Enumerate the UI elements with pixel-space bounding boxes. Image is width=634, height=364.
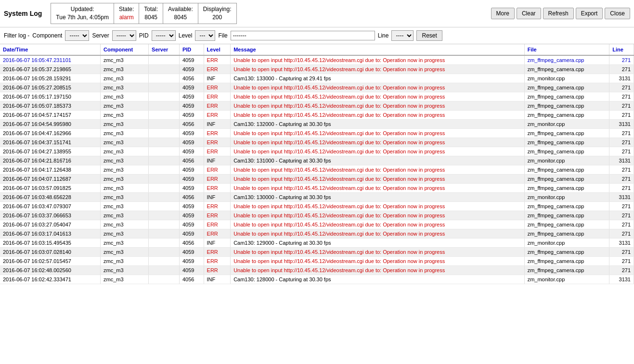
close-button[interactable]: Close xyxy=(605,8,630,19)
component-select[interactable]: ----- xyxy=(65,30,89,41)
cell-pid: 4059 xyxy=(179,147,204,156)
cell-line: 3131 xyxy=(609,238,634,247)
cell-line: 271 xyxy=(609,211,634,220)
cell-level: INF xyxy=(204,275,231,284)
cell-server xyxy=(149,201,180,211)
table-row[interactable]: 2016-06-07 16:05:07.185373 zmc_m3 4059 E… xyxy=(0,101,634,110)
table-row[interactable]: 2016-06-07 16:04:57.174157 zmc_m3 4059 E… xyxy=(0,110,634,119)
cell-line: 3131 xyxy=(609,74,634,83)
pid-select[interactable]: ----- xyxy=(152,30,176,41)
table-row[interactable]: 2016-06-07 16:05:17.197150 zmc_m3 4059 E… xyxy=(0,92,634,101)
cell-server xyxy=(149,238,180,247)
cell-level: ERR xyxy=(204,55,231,65)
line-select[interactable]: ---- xyxy=(391,30,414,41)
cell-line: 3131 xyxy=(609,119,634,128)
table-row[interactable]: 2016-06-07 16:02:42.333471 zmc_m3 4056 I… xyxy=(0,275,634,284)
file-label: File xyxy=(218,32,227,39)
cell-line: 271 xyxy=(609,265,634,275)
cell-component: zmc_m3 xyxy=(101,156,149,165)
cell-level: ERR xyxy=(204,165,231,174)
table-row[interactable]: 2016-06-07 16:04:07.112687 zmc_m3 4059 E… xyxy=(0,174,634,183)
cell-file: zm_ffmpeg_camera.cpp xyxy=(524,101,609,110)
cell-component: zmc_m3 xyxy=(101,119,149,128)
file-input[interactable] xyxy=(231,31,375,40)
more-button[interactable]: More xyxy=(491,8,515,19)
top-bar: System Log Updated: Tue 7th Jun, 4:05pm … xyxy=(0,0,634,27)
cell-file: zm_monitor.cpp xyxy=(524,238,609,247)
cell-datetime: 2016-06-07 16:03:17.041613 xyxy=(0,229,101,238)
cell-message: Cam130: 129000 - Capturing at 30.30 fps xyxy=(231,238,525,247)
cell-pid: 4059 xyxy=(179,256,204,265)
cell-message: Unable to open input http://10.45.45.12/… xyxy=(231,128,525,138)
table-row[interactable]: 2016-06-07 16:03:07.028140 zmc_m3 4059 E… xyxy=(0,247,634,256)
table-row[interactable]: 2016-06-07 16:04:54.995980 zmc_m3 4056 I… xyxy=(0,119,634,128)
cell-message: Unable to open input http://10.45.45.12/… xyxy=(231,183,525,192)
cell-server xyxy=(149,128,180,138)
clear-button[interactable]: Clear xyxy=(517,8,541,19)
table-row[interactable]: 2016-06-07 16:02:48.002560 zmc_m3 4059 E… xyxy=(0,265,634,275)
cell-message: Unable to open input http://10.45.45.12/… xyxy=(231,247,525,256)
cell-datetime: 2016-06-07 16:03:57.091825 xyxy=(0,183,101,192)
table-row[interactable]: 2016-06-07 16:05:27.208515 zmc_m3 4059 E… xyxy=(0,83,634,92)
table-row[interactable]: 2016-06-07 16:03:47.079307 zmc_m3 4059 E… xyxy=(0,201,634,211)
table-row[interactable]: 2016-06-07 16:02:57.015457 zmc_m3 4059 E… xyxy=(0,256,634,265)
table-row[interactable]: 2016-06-07 16:05:37.219865 zmc_m3 4059 E… xyxy=(0,64,634,74)
updated-value: Tue 7th Jun, 4:05pm xyxy=(56,14,109,21)
table-row[interactable]: 2016-06-07 16:04:47.162966 zmc_m3 4059 E… xyxy=(0,128,634,138)
available-label: Available: xyxy=(168,6,193,13)
cell-pid: 4059 xyxy=(179,174,204,183)
filter-label: Filter log - xyxy=(4,32,29,39)
export-button[interactable]: Export xyxy=(576,8,603,19)
table-row[interactable]: 2016-06-07 16:04:17.126438 zmc_m3 4059 E… xyxy=(0,165,634,174)
table-row[interactable]: 2016-06-07 16:03:27.054047 zmc_m3 4059 E… xyxy=(0,220,634,229)
total-label: Total: xyxy=(144,6,158,13)
displaying-cell: Displaying: 200 xyxy=(198,3,236,24)
table-row[interactable]: 2016-06-07 16:03:15.495435 zmc_m3 4056 I… xyxy=(0,238,634,247)
server-select[interactable]: ----- xyxy=(112,30,136,41)
table-row[interactable]: 2016-06-07 16:04:37.151741 zmc_m3 4059 E… xyxy=(0,138,634,147)
cell-file: zm_ffmpeg_camera.cpp xyxy=(524,110,609,119)
table-row[interactable]: 2016-06-07 16:04:27.138955 zmc_m3 4059 E… xyxy=(0,147,634,156)
cell-pid: 4059 xyxy=(179,201,204,211)
state-value: alarm xyxy=(119,14,134,21)
cell-message: Unable to open input http://10.45.45.12/… xyxy=(231,64,525,74)
level-select[interactable]: --- xyxy=(195,30,215,41)
cell-server xyxy=(149,156,180,165)
table-row[interactable]: 2016-06-07 16:05:47.231101 zmc_m3 4059 E… xyxy=(0,55,634,65)
cell-file: zm_ffmpeg_camera.cpp xyxy=(524,211,609,220)
cell-component: zmc_m3 xyxy=(101,74,149,83)
cell-message: Cam130: 133000 - Capturing at 29.41 fps xyxy=(231,74,525,83)
cell-level: ERR xyxy=(204,101,231,110)
cell-component: zmc_m3 xyxy=(101,265,149,275)
cell-component: zmc_m3 xyxy=(101,147,149,156)
cell-line: 271 xyxy=(609,101,634,110)
table-row[interactable]: 2016-06-07 16:03:37.066653 zmc_m3 4059 E… xyxy=(0,211,634,220)
table-row[interactable]: 2016-06-07 16:03:57.091825 zmc_m3 4059 E… xyxy=(0,183,634,192)
component-label: Component xyxy=(32,32,62,39)
cell-file: zm_ffmpeg_camera.cpp xyxy=(524,201,609,211)
reset-button[interactable]: Reset xyxy=(416,30,442,41)
table-row[interactable]: 2016-06-07 16:05:28.159291 zmc_m3 4056 I… xyxy=(0,74,634,83)
cell-message: Cam130: 131000 - Capturing at 30.30 fps xyxy=(231,156,525,165)
cell-component: zmc_m3 xyxy=(101,238,149,247)
cell-level: ERR xyxy=(204,229,231,238)
cell-server xyxy=(149,147,180,156)
cell-line: 271 xyxy=(609,247,634,256)
cell-datetime: 2016-06-07 16:03:47.079307 xyxy=(0,201,101,211)
table-row[interactable]: 2016-06-07 16:03:17.041613 zmc_m3 4059 E… xyxy=(0,229,634,238)
cell-server xyxy=(149,256,180,265)
cell-datetime: 2016-06-07 16:03:15.495435 xyxy=(0,238,101,247)
cell-datetime: 2016-06-07 16:04:17.126438 xyxy=(0,165,101,174)
refresh-button[interactable]: Refresh xyxy=(543,8,574,19)
cell-pid: 4056 xyxy=(179,238,204,247)
cell-message: Unable to open input http://10.45.45.12/… xyxy=(231,165,525,174)
cell-component: zmc_m3 xyxy=(101,138,149,147)
cell-datetime: 2016-06-07 16:03:37.066653 xyxy=(0,211,101,220)
table-row[interactable]: 2016-06-07 16:03:48.656228 zmc_m3 4056 I… xyxy=(0,192,634,201)
cell-component: zmc_m3 xyxy=(101,229,149,238)
cell-datetime: 2016-06-07 16:04:27.138955 xyxy=(0,147,101,156)
cell-line: 271 xyxy=(609,220,634,229)
cell-line: 271 xyxy=(609,256,634,265)
cell-pid: 4059 xyxy=(179,101,204,110)
table-row[interactable]: 2016-06-07 16:04:21.816716 zmc_m3 4056 I… xyxy=(0,156,634,165)
